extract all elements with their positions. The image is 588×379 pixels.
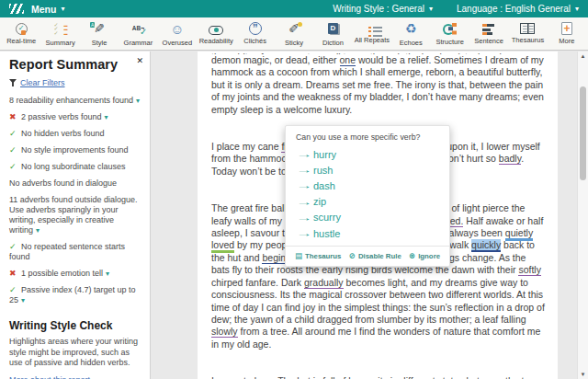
arrow-right-icon bbox=[296, 149, 312, 159]
toolbar-tab-summary[interactable]: Summary bbox=[40, 17, 79, 50]
expand-caret-icon[interactable] bbox=[136, 97, 140, 105]
popup-title: Can you use a more specific verb? bbox=[286, 132, 449, 146]
arrow-right-icon bbox=[296, 180, 312, 190]
scroll-up-icon[interactable] bbox=[578, 53, 588, 59]
text-segment: chirped fanfare. Dark bbox=[211, 277, 304, 288]
report-item-hidden-verbs[interactable]: No hidden verbs found bbox=[9, 129, 142, 139]
suggestion-rush[interactable]: rush bbox=[286, 162, 449, 178]
arrow-right-icon bbox=[296, 197, 312, 207]
check-icon bbox=[9, 285, 21, 295]
report-toolbar: Real-time Summary Style Grammar Overused… bbox=[0, 17, 588, 51]
cross-icon bbox=[9, 269, 21, 279]
expand-caret-icon[interactable] bbox=[106, 270, 109, 278]
writing-style-selector[interactable]: Writing Style : General bbox=[333, 4, 433, 14]
report-item-adverbs-dialogue[interactable]: No adverbs found in dialogue bbox=[9, 178, 142, 189]
chevron-down-icon bbox=[61, 6, 64, 13]
suggestion-hustle[interactable]: hustle bbox=[286, 225, 449, 241]
language-selector[interactable]: Language : English General bbox=[457, 4, 579, 14]
language-label: Language : English General bbox=[457, 4, 571, 14]
highlight-adverb-slowly[interactable]: slowly bbox=[211, 326, 238, 338]
toolbar-tab-overused[interactable]: Overused bbox=[158, 17, 197, 50]
selected-word-quickly[interactable]: quickly bbox=[471, 239, 501, 252]
toolbar-tab-realtime[interactable]: Real-time bbox=[2, 17, 40, 50]
toolbar-tab-structure[interactable]: Structure bbox=[430, 17, 469, 50]
highlight-adverb-softly[interactable]: softly bbox=[518, 264, 541, 276]
toolbar-tab-more[interactable]: More bbox=[548, 17, 586, 50]
highlight-adverb-badly[interactable]: badly bbox=[499, 153, 521, 165]
scrollbar-thumb[interactable] bbox=[580, 86, 586, 180]
writing-style-check-title: Writing Style Check bbox=[9, 319, 142, 332]
cross-icon bbox=[9, 112, 21, 122]
abc-check-icon bbox=[128, 21, 148, 37]
toolbar-tab-style[interactable]: Style bbox=[80, 17, 119, 50]
book-icon bbox=[295, 251, 302, 260]
topbar-right-group: Writing Style : General Language : Engli… bbox=[333, 4, 579, 14]
suggestion-scurry[interactable]: scurry bbox=[286, 210, 449, 225]
open-book-icon bbox=[520, 23, 535, 34]
eye-icon bbox=[209, 26, 223, 35]
text-segment: I place my cane bbox=[211, 141, 281, 152]
sketch-face-icon bbox=[167, 21, 187, 37]
close-icon[interactable] bbox=[136, 56, 143, 65]
menu-label: Menu bbox=[31, 4, 56, 15]
bullet-list-icon bbox=[366, 24, 379, 34]
arrow-right-icon bbox=[296, 212, 312, 223]
menu-button[interactable]: Menu bbox=[31, 4, 64, 15]
toolbar-tab-all-repeats[interactable]: All Repeats bbox=[353, 17, 391, 50]
vertical-scrollbar[interactable] bbox=[577, 52, 588, 379]
clear-filters-button[interactable]: Clear Filters bbox=[9, 78, 142, 87]
top-menu-bar: Menu Writing Style : General Language : … bbox=[0, 0, 588, 17]
expand-caret-icon[interactable] bbox=[21, 296, 25, 304]
check-icon bbox=[9, 242, 21, 252]
report-item-readability[interactable]: 8 readability enhancements found bbox=[9, 96, 142, 106]
app-logo-icon[interactable] bbox=[9, 4, 24, 14]
thesaurus-button[interactable]: Thesaurus bbox=[295, 251, 341, 260]
length-bars-icon bbox=[482, 24, 495, 35]
disable-rule-button[interactable]: Disable Rule bbox=[349, 251, 401, 260]
highlight-adverb-gradually[interactable]: gradually bbox=[304, 277, 344, 289]
toolbar-tab-diction[interactable]: Diction bbox=[313, 17, 352, 50]
toolbar-tab-sentence[interactable]: Sentence bbox=[469, 17, 508, 50]
toolbar-tab-readability[interactable]: Readability bbox=[197, 17, 235, 50]
text-segment: from a tree. All around me I find the wo… bbox=[211, 326, 540, 349]
toolbar-tab-echoes[interactable]: Echoes bbox=[391, 17, 430, 50]
page-plus-icon bbox=[561, 22, 572, 35]
suggestion-zip[interactable]: zip bbox=[286, 194, 449, 210]
prowritingaid-window: Menu Writing Style : General Language : … bbox=[0, 0, 588, 379]
check-icon bbox=[9, 129, 21, 139]
toolbar-tab-grammar[interactable]: Grammar bbox=[119, 17, 157, 50]
chevron-down-icon bbox=[575, 6, 579, 13]
more-about-report-link[interactable]: More about this report bbox=[9, 375, 90, 379]
paragraph-1: demon magic, or dead, either one would b… bbox=[211, 54, 545, 116]
writing-style-check-description: Highlights areas where your writing styl… bbox=[9, 337, 142, 369]
report-item-passive-verbs[interactable]: 2 passive verbs found bbox=[9, 112, 142, 122]
scroll-down-icon[interactable] bbox=[578, 372, 588, 377]
check-icon bbox=[9, 145, 21, 155]
expand-caret-icon[interactable] bbox=[105, 113, 108, 121]
report-item-emotion-tell[interactable]: 1 possible emotion tell bbox=[9, 269, 142, 279]
ignore-button[interactable]: Ignore bbox=[409, 251, 440, 260]
suggestion-hurry[interactable]: hurry bbox=[286, 146, 449, 162]
highlight-word-one[interactable]: one bbox=[340, 54, 356, 66]
toolbar-tab-sticky[interactable]: Sticky bbox=[275, 17, 313, 50]
check-icon bbox=[9, 162, 21, 172]
suggestion-dash[interactable]: dash bbox=[286, 178, 449, 193]
text-segment: demon magic, or dead, either bbox=[211, 54, 340, 65]
report-item-subordinate-clauses[interactable]: No long subordinate clauses bbox=[9, 162, 142, 172]
expand-caret-icon[interactable] bbox=[36, 226, 40, 235]
arrow-right-icon bbox=[296, 228, 312, 238]
book-d-icon bbox=[322, 21, 343, 37]
report-item-style-improvements[interactable]: No style improvements found bbox=[9, 145, 142, 155]
chevron-down-icon bbox=[429, 6, 433, 13]
toolbar-tab-thesaurus[interactable]: Thesaurus bbox=[508, 17, 547, 50]
panel-title: Report Summary bbox=[9, 57, 142, 72]
popup-footer: Thesaurus Disable Rule Ignore bbox=[286, 246, 449, 266]
paragraph-4: I am not alone. The hut is full of human… bbox=[211, 375, 545, 379]
report-item-sentence-starts[interactable]: No repeated sentence starts found bbox=[9, 242, 142, 262]
toolbar-tab-cliches[interactable]: Clichés bbox=[235, 17, 274, 50]
recycle-icon bbox=[401, 21, 421, 37]
report-item-adverbs-outside[interactable]: 11 adverbs found outside dialogue. Use a… bbox=[9, 195, 142, 235]
report-item-passive-index[interactable]: Passive index (4.7) target up to 25 bbox=[9, 285, 142, 305]
report-summary-panel: Report Summary Clear Filters 8 readabili… bbox=[0, 52, 151, 379]
arrow-right-icon bbox=[296, 165, 312, 175]
